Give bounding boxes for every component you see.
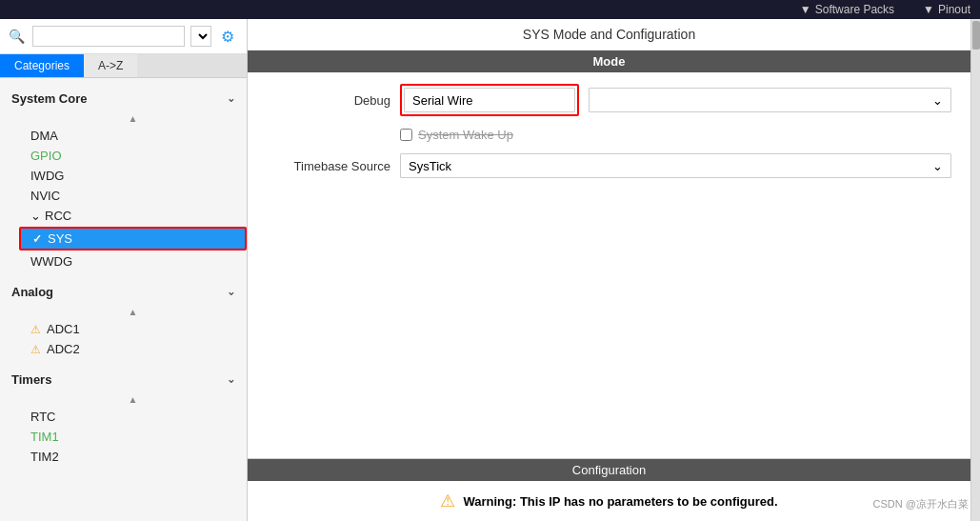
category-timers-label: Timers xyxy=(11,372,51,387)
scroll-up-arrow-timers[interactable]: ▲ xyxy=(19,392,247,407)
sys-highlight-box: SYS xyxy=(19,227,247,250)
sidebar-item-iwdg[interactable]: IWDG xyxy=(19,166,247,186)
scroll-up-arrow-analog[interactable]: ▲ xyxy=(19,305,247,319)
gear-icon[interactable]: ⚙ xyxy=(217,25,239,48)
chevron-down-icon-pinout: ▼ xyxy=(923,3,934,16)
timebase-dropdown[interactable]: SysTick ⌄ xyxy=(400,153,951,178)
pinout-label: Pinout xyxy=(938,3,970,16)
scrollbar-thumb[interactable] xyxy=(972,21,980,50)
system-wake-up-checkbox[interactable] xyxy=(400,129,412,141)
bottom-section: Configuration ⚠ Warning: This IP has no … xyxy=(248,458,970,521)
category-header-analog[interactable]: Analog ⌄ xyxy=(0,279,247,305)
category-items-timers: ▲ RTC TIM1 TIM2 xyxy=(0,392,247,467)
category-system-core: System Core ⌄ ▲ DMA GPIO IWDG NVIC ⌄ RCC… xyxy=(0,86,247,271)
category-items-system-core: ▲ DMA GPIO IWDG NVIC ⌄ RCC SYS WWDG xyxy=(0,111,247,271)
sidebar-item-nvic[interactable]: NVIC xyxy=(19,186,247,206)
sidebar-item-rtc[interactable]: RTC xyxy=(19,407,247,427)
sidebar: 🔍 ⚙ Categories A->Z System Core ⌄ ▲ D xyxy=(0,19,248,521)
search-icon: 🔍 xyxy=(8,27,27,46)
category-analog-label: Analog xyxy=(11,285,53,299)
software-packs-label: Software Packs xyxy=(815,3,894,16)
category-header-system-core[interactable]: System Core ⌄ xyxy=(0,86,247,111)
sidebar-item-sys[interactable]: SYS xyxy=(21,229,245,249)
timebase-row: Timebase Source SysTick ⌄ xyxy=(267,153,951,178)
sidebar-item-tim2[interactable]: TIM2 xyxy=(19,447,247,467)
debug-full-dropdown[interactable]: ⌄ xyxy=(589,88,951,112)
sidebar-tabs: Categories A->Z xyxy=(0,54,247,78)
sidebar-item-adc2[interactable]: ADC2 xyxy=(19,339,247,359)
pinout-menu[interactable]: ▼ Pinout xyxy=(923,3,970,16)
tab-categories[interactable]: Categories xyxy=(0,54,84,77)
sidebar-item-dma[interactable]: DMA xyxy=(19,126,247,146)
chevron-down-icon-timers: ⌄ xyxy=(227,373,235,386)
content-area: SYS Mode and Configuration Mode Debug Se… xyxy=(248,19,970,521)
chevron-down-timebase: ⌄ xyxy=(932,159,943,173)
debug-dropdown[interactable]: Serial Wire xyxy=(404,88,575,112)
sidebar-item-gpio[interactable]: GPIO xyxy=(19,146,247,166)
search-input[interactable] xyxy=(32,26,185,47)
right-scrollbar[interactable] xyxy=(970,19,980,521)
top-bar: ▼ Software Packs ▼ Pinout xyxy=(0,0,980,19)
category-analog: Analog ⌄ ▲ ADC1 ADC2 xyxy=(0,279,247,359)
main-layout: 🔍 ⚙ Categories A->Z System Core ⌄ ▲ D xyxy=(0,19,980,521)
chevron-down-icon-analog: ⌄ xyxy=(227,286,235,298)
debug-row: Debug Serial Wire ⌄ xyxy=(267,84,951,116)
category-items-analog: ▲ ADC1 ADC2 xyxy=(0,305,247,359)
debug-value: Serial Wire xyxy=(412,93,473,108)
chevron-down-icon-system-core: ⌄ xyxy=(227,92,235,105)
debug-label: Debug xyxy=(267,93,390,108)
warning-icon: ⚠ xyxy=(440,491,455,511)
timebase-value: SysTick xyxy=(409,159,451,173)
sidebar-search-row: 🔍 ⚙ xyxy=(0,19,247,54)
sidebar-item-wwdg[interactable]: WWDG xyxy=(19,251,247,271)
search-scope-select[interactable] xyxy=(190,26,211,47)
expand-arrow-icon: ⌄ xyxy=(30,209,41,223)
chevron-down-debug: ⌄ xyxy=(932,93,943,108)
sidebar-item-rcc[interactable]: ⌄ RCC xyxy=(19,206,247,226)
config-section-header: Configuration xyxy=(248,459,970,481)
scroll-up-arrow[interactable]: ▲ xyxy=(19,111,247,126)
sidebar-content: System Core ⌄ ▲ DMA GPIO IWDG NVIC ⌄ RCC… xyxy=(0,78,247,521)
mode-section-header: Mode xyxy=(248,50,970,72)
sidebar-item-adc1[interactable]: ADC1 xyxy=(19,319,247,339)
warning-bar: ⚠ Warning: This IP has no parameters to … xyxy=(248,481,970,521)
timebase-label: Timebase Source xyxy=(267,159,390,173)
category-header-timers[interactable]: Timers ⌄ xyxy=(0,367,247,392)
chevron-down-icon: ▼ xyxy=(800,3,811,16)
config-body: Debug Serial Wire ⌄ System Wake Up Timeb xyxy=(248,72,970,458)
tab-az[interactable]: A->Z xyxy=(84,54,137,77)
warning-message: Warning: This IP has no parameters to be… xyxy=(463,494,777,509)
system-wake-up-label: System Wake Up xyxy=(418,128,513,142)
system-wake-up-row: System Wake Up xyxy=(400,128,951,142)
software-packs-menu[interactable]: ▼ Software Packs xyxy=(800,3,894,16)
sidebar-item-tim1[interactable]: TIM1 xyxy=(19,427,247,447)
category-timers: Timers ⌄ ▲ RTC TIM1 TIM2 xyxy=(0,367,247,467)
debug-highlight-box: Serial Wire xyxy=(400,84,579,116)
watermark: CSDN @凉开水白菜 xyxy=(873,497,969,511)
content-title: SYS Mode and Configuration xyxy=(248,19,970,50)
category-system-core-label: System Core xyxy=(11,91,87,106)
